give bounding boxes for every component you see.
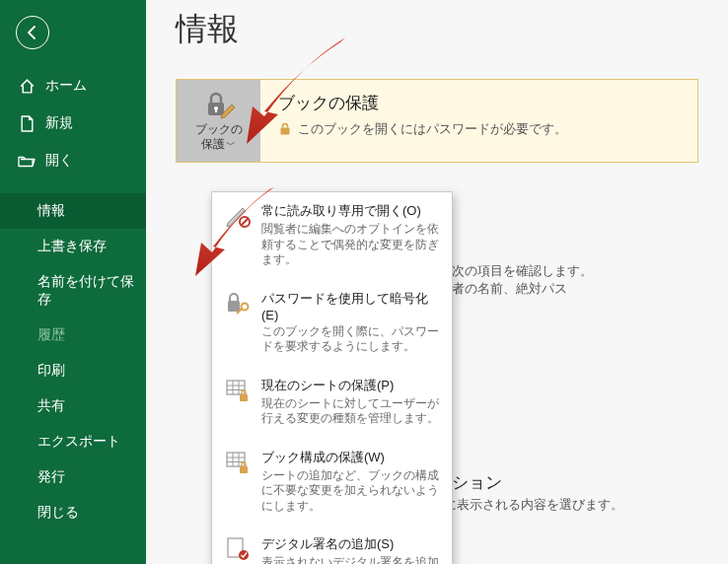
- dd-item-title: パスワードを使用して暗号化(E): [261, 290, 440, 322]
- sheet-lock-icon: [224, 377, 252, 404]
- protect-workbook-card: ブックの 保護﹀ ブックの保護 このブックを開くにはパスワードが必要です。: [176, 79, 698, 163]
- sidebar-sub-print[interactable]: 印刷: [0, 353, 146, 388]
- dd-item-protect-sheet[interactable]: 現在のシートの保護(P) 現在のシートに対してユーザーが行える変更の種類を管理し…: [212, 367, 452, 439]
- svg-point-7: [242, 303, 249, 310]
- sidebar-item-home[interactable]: ホーム: [0, 67, 146, 105]
- new-file-icon: [18, 114, 36, 132]
- protect-workbook-button[interactable]: ブックの 保護﹀: [177, 80, 260, 162]
- sidebar-item-new[interactable]: 新規: [0, 105, 146, 142]
- readonly-icon: [224, 202, 252, 230]
- dd-item-desc: シートの追加など、ブックの構成に不要な変更を加えられないようにします。: [261, 468, 440, 515]
- sidebar-sub-history: 履歴: [0, 317, 146, 353]
- protect-button-label: ブックの 保護﹀: [195, 122, 243, 151]
- svg-line-5: [242, 219, 249, 226]
- dd-item-protect-structure[interactable]: ブック構成の保護(W) シートの追加など、ブックの構成に不要な変更を加えられない…: [212, 439, 452, 527]
- dd-item-desc: このブックを開く際に、パスワードを要求するようにします。: [261, 324, 440, 355]
- sidebar-item-label: ホーム: [45, 77, 87, 95]
- dd-item-readonly[interactable]: 常に読み取り専用で開く(O) 閲覧者に編集へのオプトインを依頼することで偶発的な…: [212, 192, 452, 280]
- sidebar-sub-info[interactable]: 情報: [0, 193, 146, 229]
- lock-icon: [278, 122, 292, 136]
- lock-pencil-icon: [202, 91, 236, 120]
- dd-item-title: デジタル署名の追加(S): [261, 535, 440, 553]
- card-title: ブックの保護: [278, 92, 567, 114]
- dd-item-title: ブック構成の保護(W): [261, 449, 440, 466]
- signature-icon: [224, 535, 252, 563]
- chevron-down-icon: ﹀: [226, 139, 236, 150]
- dd-item-title: 常に読み取り専用で開く(O): [261, 202, 440, 220]
- svg-point-21: [239, 550, 249, 560]
- sidebar-item-label: 新規: [45, 114, 73, 132]
- dd-item-title: 現在のシートの保護(P): [261, 377, 440, 394]
- svg-rect-13: [240, 394, 248, 401]
- sidebar-sub-export[interactable]: エクスポート: [0, 424, 146, 459]
- svg-rect-3: [281, 128, 290, 135]
- home-icon: [18, 77, 36, 95]
- card-message: このブックを開くにはパスワードが必要です。: [278, 120, 567, 138]
- svg-rect-19: [240, 466, 248, 473]
- svg-rect-6: [228, 301, 240, 312]
- sidebar-sub-saveas[interactable]: 名前を付けて保存: [0, 264, 146, 317]
- workbook-lock-icon: [224, 449, 252, 476]
- sidebar-sub-save[interactable]: 上書き保存: [0, 229, 146, 264]
- backstage-sidebar: ホーム 新規 開く 情報 上書き保存 名前を付けて保存 履歴 印刷 共有 エクス…: [0, 0, 146, 564]
- page-title: 情報: [176, 8, 698, 51]
- encrypt-key-icon: [224, 290, 252, 317]
- sidebar-sub-share[interactable]: 共有: [0, 388, 146, 424]
- sidebar-item-open[interactable]: 開く: [0, 142, 146, 179]
- back-button[interactable]: [16, 16, 49, 49]
- open-folder-icon: [18, 152, 36, 170]
- sidebar-sub-close[interactable]: 閉じる: [0, 495, 146, 530]
- sidebar-sub-publish[interactable]: 発行: [0, 459, 146, 495]
- dd-item-encrypt[interactable]: パスワードを使用して暗号化(E) このブックを開く際に、パスワードを要求するよう…: [212, 280, 452, 367]
- dd-item-desc: 閲覧者に編集へのオプトインを依頼することで偶発的な変更を防ぎます。: [261, 222, 440, 268]
- dd-item-desc: 現在のシートに対してユーザーが行える変更の種類を管理します。: [261, 396, 440, 427]
- back-arrow-icon: [25, 25, 40, 40]
- protect-workbook-dropdown: 常に読み取り専用で開く(O) 閲覧者に編集へのオプトインを依頼することで偶発的な…: [211, 191, 453, 564]
- svg-rect-2: [215, 108, 217, 112]
- dd-item-desc: 表示されないデジタル署名を追加して、ブックの完全性を確保します。: [261, 555, 440, 564]
- sidebar-item-label: 開く: [45, 152, 73, 170]
- dd-item-digital-signature[interactable]: デジタル署名の追加(S) 表示されないデジタル署名を追加して、ブックの完全性を確…: [212, 526, 452, 564]
